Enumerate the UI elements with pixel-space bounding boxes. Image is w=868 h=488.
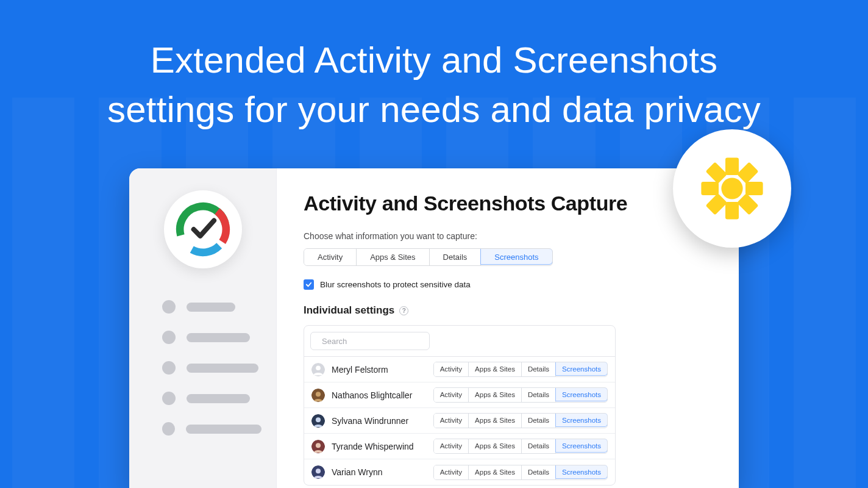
- avatar: [311, 440, 325, 453]
- sidebar-nav: [144, 300, 261, 453]
- nav-dot-icon: [162, 300, 176, 314]
- individual-settings-heading: Individual settings ?: [304, 304, 711, 317]
- feature-badge: [673, 129, 791, 248]
- avatar: [311, 414, 325, 428]
- user-capture-tabs[interactable]: ActivityApps & SitesDetailsScreenshots: [433, 439, 608, 454]
- user-tab-details[interactable]: Details: [522, 465, 556, 479]
- user-tab-apps-sites[interactable]: Apps & Sites: [469, 388, 522, 402]
- user-row: Nathanos BlightcallerActivityApps & Site…: [304, 382, 615, 408]
- user-row: Meryl FelstormActivityApps & SitesDetail…: [304, 357, 615, 382]
- user-tab-activity[interactable]: Activity: [434, 362, 469, 376]
- user-name: Varian Wrynn: [332, 467, 427, 477]
- svg-point-14: [316, 468, 321, 473]
- sidebar: [129, 168, 277, 488]
- page-title: Activity and Screenshots Capture: [304, 192, 711, 215]
- check-icon: [305, 281, 312, 288]
- tab-activity[interactable]: Activity: [304, 249, 357, 265]
- user-tab-activity[interactable]: Activity: [434, 388, 469, 402]
- user-row: Tyrande WhisperwindActivityApps & SitesD…: [304, 434, 615, 459]
- user-tab-screenshots[interactable]: Screenshots: [555, 439, 608, 453]
- user-tab-screenshots[interactable]: Screenshots: [555, 465, 608, 479]
- logo-icon: [176, 202, 230, 257]
- user-name: Nathanos Blightcaller: [332, 390, 427, 400]
- individual-settings-panel: Meryl FelstormActivityApps & SitesDetail…: [304, 325, 616, 486]
- nav-dot-icon: [162, 422, 175, 436]
- search-input[interactable]: [322, 337, 424, 346]
- nav-label-placeholder: [187, 303, 235, 312]
- svg-point-8: [316, 392, 321, 396]
- user-tab-details[interactable]: Details: [522, 414, 556, 428]
- sidebar-item-3[interactable]: [162, 392, 261, 405]
- user-row: Varian WrynnActivityApps & SitesDetailsS…: [304, 459, 615, 485]
- user-tab-screenshots[interactable]: Screenshots: [555, 362, 608, 376]
- user-tab-details[interactable]: Details: [522, 362, 556, 376]
- avatar: [311, 389, 325, 402]
- sidebar-item-1[interactable]: [162, 331, 261, 344]
- user-tab-apps-sites[interactable]: Apps & Sites: [469, 414, 522, 428]
- svg-rect-22: [737, 193, 759, 215]
- user-name: Sylvana Windrunner: [332, 416, 427, 426]
- tab-screenshots[interactable]: Screenshots: [480, 248, 552, 265]
- user-name: Tyrande Whisperwind: [332, 442, 427, 451]
- svg-rect-15: [725, 157, 739, 175]
- nav-label-placeholder: [186, 425, 261, 434]
- user-capture-tabs[interactable]: ActivityApps & SitesDetailsScreenshots: [433, 387, 608, 403]
- user-tab-activity[interactable]: Activity: [434, 465, 469, 479]
- main-panel: Activity and Screenshots Capture Choose …: [277, 168, 739, 488]
- svg-rect-17: [701, 182, 719, 195]
- nav-dot-icon: [162, 331, 176, 344]
- blur-option[interactable]: Blur screenshots to protect sensitive da…: [304, 279, 711, 290]
- hero-title-line2: settings for your needs and data privacy: [107, 89, 761, 130]
- user-row: Sylvana WindrunnerActivityApps & SitesDe…: [304, 408, 615, 434]
- user-capture-tabs[interactable]: ActivityApps & SitesDetailsScreenshots: [433, 362, 608, 377]
- sidebar-item-0[interactable]: [162, 300, 261, 314]
- svg-rect-19: [737, 162, 759, 184]
- user-tab-apps-sites[interactable]: Apps & Sites: [469, 362, 522, 376]
- burst-icon: [699, 155, 766, 222]
- subtitle: Choose what information you want to capt…: [304, 231, 711, 241]
- user-capture-tabs[interactable]: ActivityApps & SitesDetailsScreenshots: [433, 413, 608, 428]
- tab-apps-sites[interactable]: Apps & Sites: [357, 249, 429, 265]
- search-bar: [304, 326, 615, 357]
- user-capture-tabs[interactable]: ActivityApps & SitesDetailsScreenshots: [433, 465, 608, 480]
- avatar: [311, 465, 325, 479]
- hero-title: Extended Activity and Screenshots settin…: [0, 0, 868, 134]
- user-tab-activity[interactable]: Activity: [434, 439, 469, 453]
- nav-dot-icon: [162, 392, 176, 405]
- app-logo: [164, 190, 242, 268]
- sidebar-item-2[interactable]: [162, 361, 261, 375]
- blur-checkbox[interactable]: [304, 279, 314, 290]
- avatar: [311, 363, 325, 376]
- nav-dot-icon: [162, 361, 176, 375]
- user-tab-screenshots[interactable]: Screenshots: [555, 413, 608, 427]
- nav-label-placeholder: [187, 333, 250, 342]
- svg-rect-16: [725, 202, 739, 220]
- help-icon[interactable]: ?: [399, 306, 408, 315]
- svg-rect-20: [705, 193, 727, 215]
- hero-title-line1: Extended Activity and Screenshots: [151, 40, 717, 81]
- blur-label: Blur screenshots to protect sensitive da…: [320, 280, 471, 289]
- user-tab-details[interactable]: Details: [522, 439, 556, 453]
- nav-label-placeholder: [187, 394, 250, 403]
- user-tab-screenshots[interactable]: Screenshots: [555, 387, 608, 401]
- nav-label-placeholder: [187, 364, 258, 373]
- svg-rect-18: [745, 182, 763, 195]
- sidebar-item-4[interactable]: [162, 422, 261, 436]
- user-tab-apps-sites[interactable]: Apps & Sites: [469, 439, 522, 453]
- tab-details[interactable]: Details: [430, 249, 482, 265]
- user-tab-apps-sites[interactable]: Apps & Sites: [469, 465, 522, 479]
- svg-point-10: [316, 417, 321, 422]
- user-tab-activity[interactable]: Activity: [434, 414, 469, 428]
- search-input-wrap[interactable]: [310, 332, 430, 350]
- capture-tabs[interactable]: ActivityApps & SitesDetailsScreenshots: [304, 248, 553, 266]
- svg-rect-21: [705, 162, 727, 184]
- svg-point-23: [721, 178, 742, 199]
- user-name: Meryl Felstorm: [332, 365, 427, 375]
- svg-point-6: [316, 365, 321, 370]
- user-tab-details[interactable]: Details: [522, 388, 556, 402]
- app-window: Activity and Screenshots Capture Choose …: [129, 168, 739, 488]
- svg-point-12: [316, 443, 321, 448]
